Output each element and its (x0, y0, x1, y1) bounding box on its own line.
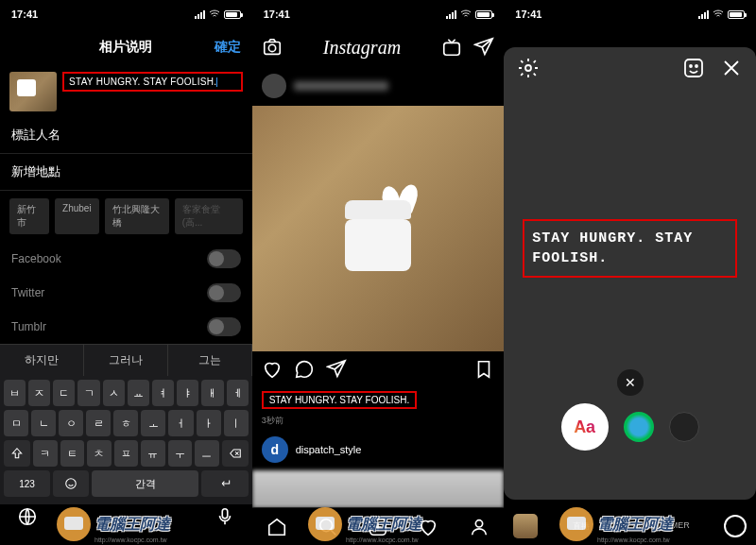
share-tumblr[interactable]: Tumblr (0, 310, 252, 344)
key[interactable]: ㅕ (152, 380, 174, 406)
key[interactable]: ㅅ (103, 380, 125, 406)
key[interactable]: ㅔ (227, 380, 249, 406)
time-ago: 3秒前 (252, 413, 505, 429)
location-tag[interactable]: Zhubei (55, 198, 99, 234)
svg-point-0 (66, 479, 77, 489)
toggle[interactable] (207, 249, 241, 268)
wifi-icon (713, 9, 724, 20)
caption-input[interactable]: STAY HUNGRY. STAY FOOLISH. (62, 72, 243, 92)
confirm-button[interactable]: 確定 (215, 39, 241, 56)
dm-icon[interactable] (473, 37, 494, 58)
key[interactable]: ㅌ (60, 440, 85, 467)
home-tab[interactable] (266, 517, 287, 537)
text-mode-button[interactable]: Aa (561, 403, 609, 451)
toggle[interactable] (207, 283, 241, 302)
battery-icon (728, 10, 745, 19)
backspace-key[interactable] (222, 440, 249, 467)
shift-key[interactable] (4, 440, 30, 467)
editor-header: 相片说明 確定 (0, 28, 252, 66)
key[interactable]: ㅜ (168, 440, 193, 467)
suggestion[interactable]: 하지만 (0, 345, 84, 376)
photo-thumbnail[interactable] (9, 72, 57, 111)
key[interactable]: ㅐ (201, 380, 223, 406)
status-icons (698, 9, 745, 20)
share-twitter[interactable]: Twitter (0, 276, 252, 310)
avatar[interactable] (262, 74, 286, 98)
keyboard: ㅂㅈㄷㄱㅅㅛㅕㅑㅐㅔ ㅁㄴㅇㄹㅎㅗㅓㅏㅣ ㅋㅌㅊㅍㅠㅜㅡ 123 간격 (0, 376, 252, 504)
watermark: 電腦王阿達http://www.kocpc.com.tw (57, 507, 170, 541)
key[interactable]: ㅡ (195, 440, 219, 467)
story-text[interactable]: STAY HUNGRY. STAY FOOLISH. (523, 219, 737, 278)
comment-icon[interactable] (294, 359, 315, 380)
location-tag[interactable]: 客家食堂 (高... (175, 198, 243, 234)
toggle[interactable] (207, 317, 241, 336)
svg-point-12 (696, 65, 697, 67)
status-icons (195, 9, 241, 20)
bookmark-icon[interactable] (473, 359, 494, 380)
key[interactable]: ㅁ (4, 410, 28, 436)
mode-option[interactable] (669, 412, 699, 442)
signal-icon (195, 10, 205, 19)
add-location-row[interactable]: 新增地點 (0, 154, 252, 191)
location-tag[interactable]: 竹北興隆大橋 (105, 198, 169, 234)
story-canvas[interactable]: STAY HUNGRY. STAY FOOLISH. ✕ Aa (504, 47, 756, 500)
status-time: 17:41 (264, 9, 290, 20)
return-key[interactable] (201, 470, 248, 497)
dismiss-button[interactable]: ✕ (617, 369, 644, 396)
suggestion[interactable]: 그는 (168, 345, 252, 376)
camera-icon[interactable] (262, 37, 283, 58)
profile-tab[interactable] (469, 517, 490, 537)
key[interactable]: ㅏ (197, 410, 221, 436)
watermark: 電腦王阿達http://www.kocpc.com.tw (559, 507, 673, 541)
key[interactable]: ㄷ (53, 380, 75, 406)
switch-camera-button[interactable] (724, 515, 747, 537)
key[interactable]: ㅇ (59, 410, 83, 436)
globe-icon[interactable] (17, 506, 38, 527)
key[interactable]: ㅣ (224, 410, 249, 436)
screen-story-editor: 17:41 STAY HUNGRY. STAY FOOLISH. ✕ Aa 直播… (504, 0, 756, 545)
key[interactable]: ㅑ (177, 380, 198, 406)
key[interactable]: ㅂ (4, 380, 26, 406)
emoji-key[interactable] (53, 470, 89, 497)
close-icon[interactable] (720, 57, 743, 79)
gallery-button[interactable] (513, 514, 538, 538)
like-icon[interactable] (262, 359, 283, 380)
key[interactable]: ㅓ (168, 410, 193, 436)
caption-row: STAY HUNGRY. STAY FOOLISH. (0, 66, 252, 117)
key[interactable]: ㅛ (128, 380, 149, 406)
location-tag[interactable]: 新竹市 (9, 198, 49, 234)
key[interactable]: ㅎ (113, 410, 138, 436)
status-time: 17:41 (515, 9, 541, 20)
post-image[interactable] (252, 106, 505, 351)
sticker-icon[interactable] (682, 57, 705, 79)
statusbar: 17:41 (504, 0, 756, 28)
tag-people-row[interactable]: 標註人名 (0, 117, 252, 154)
space-key[interactable]: 간격 (92, 470, 198, 497)
key[interactable]: ㄴ (31, 410, 56, 436)
key[interactable]: ㅈ (28, 380, 50, 406)
key[interactable]: ㅠ (141, 440, 165, 467)
mic-icon[interactable] (215, 506, 235, 527)
post-actions (252, 351, 505, 387)
mode-option[interactable] (624, 412, 654, 442)
share-facebook[interactable]: Facebook (0, 242, 252, 276)
key[interactable]: ㄹ (86, 410, 111, 436)
key[interactable]: ㅊ (87, 440, 112, 467)
instagram-logo[interactable]: Instagram (323, 37, 401, 59)
mode-selector: Aa (504, 403, 756, 451)
suggested-account[interactable]: d dispatch_style (252, 429, 505, 470)
key[interactable]: ㅍ (114, 440, 139, 467)
battery-icon (224, 10, 241, 19)
key[interactable]: ㅗ (141, 410, 165, 436)
screen-caption-editor: 17:41 相片说明 確定 STAY HUNGRY. STAY FOOLISH.… (0, 0, 252, 545)
settings-icon[interactable] (517, 57, 540, 79)
key[interactable]: ㅋ (33, 440, 58, 467)
avatar[interactable]: d (262, 436, 288, 463)
igtv-icon[interactable] (441, 37, 462, 58)
svg-point-8 (475, 519, 482, 526)
post-header[interactable] (252, 66, 505, 106)
share-icon[interactable] (326, 359, 347, 380)
key[interactable]: ㄱ (77, 380, 99, 406)
suggestion[interactable]: 그러나 (84, 345, 168, 376)
numbers-key[interactable]: 123 (4, 470, 50, 497)
